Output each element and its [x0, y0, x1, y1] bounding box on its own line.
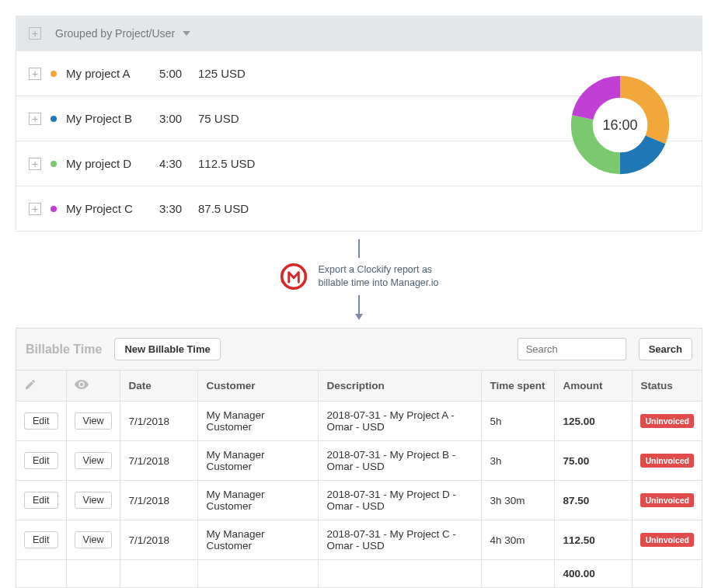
cell-time-spent: 5h — [482, 402, 555, 441]
table-total-row: 400.00 — [16, 560, 702, 588]
clockify-group-header: + Grouped by Project/User — [16, 16, 702, 50]
expand-row-icon[interactable]: + — [29, 113, 41, 125]
total-amount: 400.00 — [555, 560, 633, 588]
edit-button[interactable]: Edit — [24, 452, 58, 469]
cell-customer: My Manager Customer — [198, 441, 319, 481]
table-header-row: Date Customer Description Time spent Amo… — [16, 371, 702, 402]
group-by-dropdown[interactable]: Grouped by Project/User — [55, 27, 190, 40]
cell-description: 2018-07-31 - My Project C - Omar - USD — [319, 520, 482, 560]
project-amount: 75 USD — [198, 112, 239, 125]
flow-caption-line: Export a Clockify report as — [319, 263, 439, 277]
edit-button[interactable]: Edit — [24, 412, 58, 430]
billable-time-table: Date Customer Description Time spent Amo… — [16, 371, 702, 588]
manager-logo-icon — [280, 263, 308, 291]
project-name: My Project C — [66, 202, 150, 215]
flow-diagram: Export a Clockify report as billable tim… — [8, 239, 710, 320]
project-row: + My Project C 3:30 87.5 USD — [16, 186, 702, 231]
view-column-header — [66, 371, 120, 402]
col-amount[interactable]: Amount — [555, 371, 633, 402]
view-button[interactable]: View — [75, 452, 113, 469]
arrow-line-icon — [358, 239, 360, 258]
cell-amount: 125.00 — [555, 402, 633, 441]
expand-row-icon[interactable]: + — [29, 158, 41, 170]
manager-toolbar: Billable Time New Billable Time Search — [16, 329, 702, 371]
project-color-dot — [51, 206, 57, 212]
status-badge: Uninvoiced — [640, 533, 694, 547]
cell-amount: 112.50 — [555, 520, 633, 560]
cell-date: 7/1/2018 — [120, 520, 198, 560]
table-row: Edit View 7/1/2018 My Manager Customer 2… — [16, 520, 702, 560]
cell-amount: 87.50 — [555, 481, 633, 520]
edit-button[interactable]: Edit — [24, 531, 58, 548]
flow-caption-line: billable time into Manager.io — [319, 277, 439, 290]
project-time: 5:00 — [159, 67, 189, 80]
cell-time-spent: 4h 30m — [482, 520, 555, 560]
project-time: 3:00 — [159, 112, 189, 125]
cell-date: 7/1/2018 — [120, 441, 198, 481]
manager-billable-card: Billable Time New Billable Time Search D… — [16, 328, 702, 588]
project-amount: 125 USD — [198, 67, 246, 80]
status-badge: Uninvoiced — [640, 414, 694, 428]
cell-customer: My Manager Customer — [198, 481, 319, 520]
search-input[interactable] — [518, 338, 626, 360]
table-row: Edit View 7/1/2018 My Manager Customer 2… — [16, 481, 702, 520]
cell-time-spent: 3h 30m — [482, 481, 555, 520]
col-customer[interactable]: Customer — [198, 371, 319, 402]
pencil-icon — [24, 378, 37, 391]
status-badge: Uninvoiced — [640, 454, 694, 468]
project-name: My Project B — [66, 112, 150, 125]
expand-row-icon[interactable]: + — [29, 203, 41, 215]
project-name: My project D — [66, 157, 150, 170]
project-color-dot — [51, 116, 57, 122]
project-time: 3:30 — [159, 202, 189, 215]
project-color-dot — [51, 71, 57, 77]
cell-customer: My Manager Customer — [198, 520, 319, 560]
col-status[interactable]: Status — [633, 371, 702, 402]
col-description[interactable]: Description — [319, 371, 482, 402]
project-amount: 112.5 USD — [198, 157, 255, 170]
table-row: Edit View 7/1/2018 My Manager Customer 2… — [16, 441, 702, 481]
cell-description: 2018-07-31 - My Project A - Omar - USD — [319, 402, 482, 441]
group-by-label: Grouped by Project/User — [55, 27, 175, 40]
donut-center-label: 16:00 — [570, 75, 671, 176]
view-button[interactable]: View — [75, 492, 113, 509]
status-badge: Uninvoiced — [640, 493, 694, 507]
arrow-line-icon — [358, 295, 360, 314]
donut-chart: 16:00 — [570, 75, 671, 176]
project-color-dot — [51, 161, 57, 167]
cell-description: 2018-07-31 - My Project B - Omar - USD — [319, 441, 482, 481]
page-title: Billable Time — [26, 343, 102, 357]
cell-time-spent: 3h — [482, 441, 555, 481]
expand-row-icon[interactable]: + — [29, 68, 41, 80]
new-billable-time-button[interactable]: New Billable Time — [114, 338, 220, 360]
view-button[interactable]: View — [75, 531, 113, 548]
col-time-spent[interactable]: Time spent — [482, 371, 555, 402]
eye-icon — [75, 379, 89, 390]
expand-all-icon[interactable]: + — [29, 27, 41, 40]
col-date[interactable]: Date — [120, 371, 198, 402]
project-time: 4:30 — [159, 157, 189, 170]
cell-description: 2018-07-31 - My Project D - Omar - USD — [319, 481, 482, 520]
project-amount: 87.5 USD — [198, 202, 249, 215]
table-row: Edit View 7/1/2018 My Manager Customer 2… — [16, 402, 702, 441]
edit-column-header — [16, 371, 66, 402]
cell-date: 7/1/2018 — [120, 481, 198, 520]
arrow-down-icon — [355, 314, 363, 320]
edit-button[interactable]: Edit — [24, 492, 58, 509]
project-name: My project A — [66, 67, 150, 80]
cell-date: 7/1/2018 — [120, 402, 198, 441]
view-button[interactable]: View — [75, 412, 113, 430]
clockify-report-card: + Grouped by Project/User + My project A… — [16, 16, 702, 231]
cell-customer: My Manager Customer — [198, 402, 319, 441]
search-button[interactable]: Search — [639, 338, 692, 360]
cell-amount: 75.00 — [555, 441, 633, 481]
chevron-down-icon — [183, 31, 190, 36]
flow-caption: Export a Clockify report as billable tim… — [319, 263, 439, 290]
